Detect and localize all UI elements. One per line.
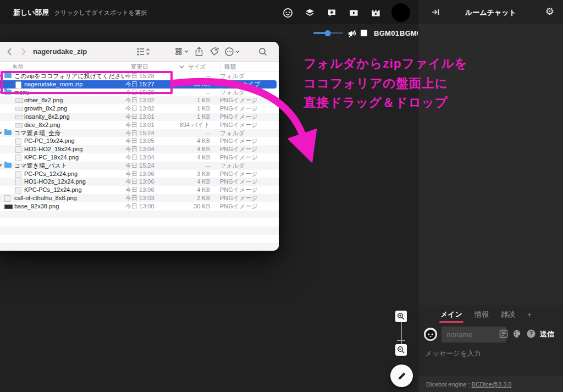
file-kind: PNGイメージ bbox=[220, 113, 258, 120]
finder-file-row[interactable]: call-of-cthulhu_8x8.png 今日 13:03 2 KB PN… bbox=[0, 194, 279, 202]
face-avatar-icon[interactable] bbox=[423, 327, 438, 341]
chat-panel-footer: Dicebot engine : BCDice@3.3.0 bbox=[418, 377, 563, 392]
annotation-line: 直接ドラッグ＆ドロップ bbox=[303, 93, 468, 113]
gear-icon[interactable]: ⚙ bbox=[545, 6, 554, 17]
file-name: コマ置き場_バスト bbox=[14, 162, 67, 169]
finder-rows: このzipをココフォリアに投げてください 今日 15:28 -- フォルダ na… bbox=[0, 72, 279, 251]
file-kind: ZIPアーカイブ bbox=[220, 81, 260, 88]
add-tab-button[interactable]: + bbox=[527, 306, 532, 323]
forward-chevron-icon[interactable] bbox=[18, 46, 29, 57]
chat-panel-title: ルームチャット bbox=[418, 8, 563, 18]
character-face-icon[interactable] bbox=[282, 7, 294, 19]
img-icon bbox=[15, 187, 21, 194]
cutin-bubble-plus-icon[interactable] bbox=[325, 7, 338, 19]
img-wide-icon bbox=[15, 115, 23, 119]
room-name-button[interactable]: 新しい部屋 クリックしてダイスボットを選択 bbox=[13, 8, 147, 18]
message-input-placeholder[interactable]: メッセージを入力 bbox=[425, 349, 481, 358]
column-kind[interactable]: 種類 bbox=[224, 63, 236, 71]
magnifier-plus-icon[interactable] bbox=[395, 311, 407, 322]
finder-file-row[interactable]: KPC-PC_19x24.png 今日 13:04 4 KB PNGイメージ bbox=[0, 153, 279, 162]
file-kind: フォルダ bbox=[220, 89, 245, 96]
finder-file-row[interactable]: insanity_8x2.png 今日 13:01 1 KB PNGイメージ bbox=[0, 113, 279, 121]
file-size: 4 KB bbox=[177, 137, 210, 145]
file-size: 1 KB bbox=[177, 97, 210, 104]
annotation-line: ココフォリアの盤面上に bbox=[303, 74, 468, 93]
bgm1-button[interactable]: BGM01 bbox=[374, 29, 399, 37]
annotation-highlight-rect bbox=[1, 71, 173, 94]
finder-file-row[interactable]: PC-PCs_12x24.png 今日 13:06 3 KB PNGイメージ bbox=[0, 170, 279, 178]
img-wide-icon bbox=[15, 123, 23, 128]
file-name: growth_8x2.png bbox=[24, 105, 67, 112]
room-avatar[interactable] bbox=[391, 3, 410, 22]
file-date: 今日 13:06 bbox=[125, 186, 154, 194]
file-size: -- bbox=[177, 162, 210, 169]
column-separator[interactable] bbox=[220, 63, 220, 70]
chat-tab-0[interactable]: メイン bbox=[440, 305, 462, 324]
chat-panel-header: ルームチャット ⚙ bbox=[418, 0, 563, 24]
finder-file-row[interactable]: PC-PC_19x24.png 今日 13:05 4 KB PNGイメージ bbox=[0, 137, 279, 145]
group-view-icon[interactable] bbox=[175, 46, 187, 57]
finder-file-row[interactable]: dice_8x2.png 今日 13:01 894 バイト PNGイメージ bbox=[0, 121, 279, 129]
file-name: KPC-PC_19x24.png bbox=[24, 154, 79, 161]
file-size: 4 KB bbox=[177, 178, 210, 185]
img-icon bbox=[15, 138, 21, 145]
chat-tab-1[interactable]: 情報 bbox=[474, 305, 489, 324]
finder-toolbar: nagerudake_zip bbox=[0, 42, 279, 62]
send-button[interactable]: 送信 bbox=[537, 329, 558, 340]
back-chevron-icon[interactable] bbox=[4, 46, 15, 57]
finder-file-row[interactable]: growth_8x2.png 今日 13:02 1 KB PNGイメージ bbox=[0, 104, 279, 113]
column-name[interactable]: 名前 bbox=[12, 63, 24, 71]
finder-file-row[interactable]: other_8x2.png 今日 13:02 1 KB PNGイメージ bbox=[0, 96, 279, 104]
column-date[interactable]: 変更日 bbox=[131, 63, 148, 71]
file-name: insanity_8x2.png bbox=[24, 113, 70, 120]
search-icon[interactable] bbox=[257, 46, 269, 57]
file-date: 今日 13:04 bbox=[125, 146, 154, 153]
layers-icon[interactable] bbox=[303, 7, 316, 19]
zoom-slider-handle[interactable] bbox=[397, 340, 405, 341]
finder-file-row[interactable]: HO1-HO2_19x24.png 今日 13:04 4 KB PNGイメージ bbox=[0, 145, 279, 153]
finder-file-row[interactable]: コマ置き場_全身 今日 15:24 -- フォルダ bbox=[0, 129, 279, 137]
chat-tabs: メイン情報雑談+ bbox=[418, 305, 563, 324]
share-icon[interactable] bbox=[194, 46, 206, 57]
mute-speaker-icon[interactable] bbox=[347, 29, 357, 38]
volume-knob[interactable] bbox=[324, 30, 330, 36]
file-kind: フォルダ bbox=[220, 162, 245, 169]
chat-palette-icon[interactable] bbox=[499, 329, 510, 340]
room-subtitle: クリックしてダイスボットを選択 bbox=[54, 9, 147, 17]
finder-file-row[interactable]: KPC-PCs_12x24.png 今日 13:06 4 KB PNGイメージ bbox=[0, 186, 279, 194]
file-name: PC-PCs_12x24.png bbox=[24, 170, 78, 178]
img-icon bbox=[15, 154, 21, 161]
column-separator[interactable] bbox=[185, 63, 185, 70]
edit-pencil-button[interactable] bbox=[390, 365, 413, 387]
character-name-input[interactable] bbox=[441, 327, 506, 343]
finder-file-row[interactable]: base_92x38.png 今日 13:00 30 KB PNGイメージ bbox=[0, 202, 279, 211]
file-size: 60 KB bbox=[177, 81, 210, 88]
more-ellipsis-icon[interactable] bbox=[224, 46, 236, 57]
scene-plus-icon[interactable] bbox=[369, 7, 382, 19]
chat-tab-2[interactable]: 雑談 bbox=[501, 305, 515, 324]
volume-slider[interactable] bbox=[313, 32, 343, 34]
color-palette-icon[interactable] bbox=[512, 329, 523, 340]
magnifier-minus-icon[interactable] bbox=[395, 344, 407, 356]
file-kind: PNGイメージ bbox=[220, 178, 258, 185]
tag-icon[interactable] bbox=[209, 46, 221, 57]
img-icon bbox=[15, 146, 21, 153]
top-bar: 新しい部屋 クリックしてダイスボットを選択 bbox=[0, 0, 418, 24]
stop-button[interactable] bbox=[361, 30, 367, 36]
list-view-icon[interactable] bbox=[136, 46, 148, 57]
file-kind: PNGイメージ bbox=[220, 97, 258, 104]
file-kind: PNGイメージ bbox=[220, 186, 258, 194]
finder-file-row[interactable]: コマ置き場_バスト 今日 15:24 -- フォルダ bbox=[0, 162, 279, 170]
help-icon[interactable]: ? bbox=[526, 329, 537, 340]
annotation-line: フォルダからzipファイルを bbox=[303, 54, 468, 74]
column-size[interactable]: サイズ bbox=[188, 63, 206, 71]
finder-file-row[interactable]: HO1-HO2s_12x24.png 今日 13:06 4 KB PNGイメージ bbox=[0, 178, 279, 186]
disclosure-chevron-icon[interactable] bbox=[0, 132, 2, 134]
screen-play-icon[interactable] bbox=[347, 7, 360, 19]
svg-text:?: ? bbox=[529, 330, 533, 336]
disclosure-chevron-icon[interactable] bbox=[0, 164, 2, 167]
dicebot-engine-link[interactable]: BCDice@3.3.0 bbox=[472, 381, 512, 388]
zoom-slider-track[interactable] bbox=[401, 322, 402, 344]
file-name: KPC-PCs_12x24.png bbox=[24, 186, 82, 194]
file-size: 4 KB bbox=[177, 154, 210, 161]
